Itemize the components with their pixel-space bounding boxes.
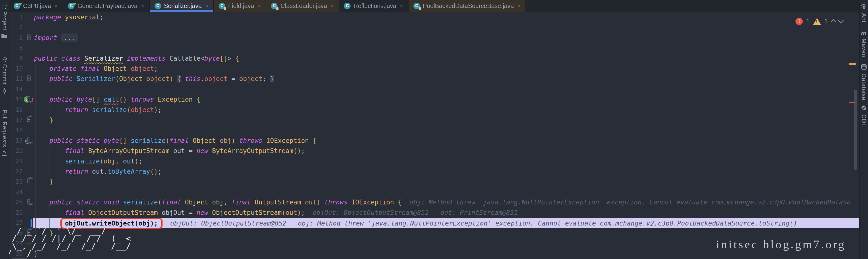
line-number[interactable]: 19 <box>9 136 23 146</box>
error-count: 1 <box>806 18 809 25</box>
sidebar-item-0-commit[interactable]: 0: Commit <box>0 57 9 95</box>
sidebar-item-cdi[interactable]: CDI <box>860 105 868 125</box>
tab-label: C3P0.java <box>23 2 51 9</box>
sidebar-item-database[interactable]: Database <box>860 64 868 100</box>
tab-reflections-java[interactable]: CReflections.java× <box>339 0 408 12</box>
sidebar-item-pull-requests[interactable]: Pull Requests <box>0 109 9 157</box>
code-text: final ByteArrayOutputStream out = new By… <box>34 146 305 156</box>
tab-label: Serializer.java <box>164 2 202 9</box>
line-number[interactable]: 22 <box>9 166 23 176</box>
debugger-inline-hint: objOut: ObjectOutputStream@852 out: Prin… <box>313 209 518 216</box>
lock-overlay-icon <box>224 7 226 10</box>
line-number[interactable]: 24 <box>9 187 23 197</box>
code-text: objOut.writeObject(obj);objOut: ObjectOu… <box>34 218 797 229</box>
code-text: private final Object object; <box>34 64 158 74</box>
class-icon: C▶ <box>68 3 74 9</box>
fold-marker-icon[interactable]: − <box>27 179 30 183</box>
code-line-17: 17− } <box>9 115 860 125</box>
close-icon[interactable]: × <box>331 2 334 9</box>
code-text: import ... <box>34 33 78 43</box>
indent-guide <box>35 64 36 238</box>
previous-problem-button[interactable] <box>830 19 836 25</box>
line-number[interactable]: 16 <box>9 105 23 115</box>
line-number[interactable]: 17 <box>9 115 23 125</box>
lock-overlay-icon <box>276 7 279 10</box>
fold-marker-icon[interactable]: − <box>27 97 30 101</box>
code-line-1: 1package ysoserial; <box>9 12 860 22</box>
fold-marker-icon[interactable]: − <box>27 199 30 204</box>
sidebar-item-maven[interactable]: mMaven <box>860 30 868 57</box>
toolwindow-label: Maven <box>861 38 867 57</box>
close-icon[interactable]: × <box>54 2 58 9</box>
code-text: final ObjectOutputStream objOut = new Ob… <box>34 207 518 218</box>
toolwindow-label: 1: Project <box>1 4 8 30</box>
tab-label: ClassLoader.java <box>280 2 327 9</box>
code-line-19: 19@− public static byte[] serialize(fina… <box>9 136 860 146</box>
tab-classloader-java[interactable]: CClassLoader.java× <box>266 0 339 12</box>
code-line-2: 2 <box>9 22 860 32</box>
code-text: public byte[] call() throws Exception { <box>34 94 200 104</box>
code-text: public class Serializer implements Calla… <box>34 53 239 64</box>
code-text: public Serializer(Object object) { this.… <box>34 74 274 84</box>
debugger-inline-hint: obj: Method threw 'java.lang.NullPointer… <box>409 198 851 206</box>
fold-marker-icon[interactable]: + <box>27 35 31 39</box>
tab-c3p0-java[interactable]: C▶C3P0.java× <box>9 0 63 12</box>
fold-marker-icon[interactable]: − <box>27 138 30 142</box>
code-line-15: 15I↑− public byte[] call() throws Except… <box>9 94 860 104</box>
close-icon[interactable]: × <box>205 2 208 9</box>
close-icon[interactable]: × <box>517 2 521 9</box>
line-number[interactable]: 11 <box>9 74 23 84</box>
tab-serializer-java[interactable]: CSerializer.java× <box>150 0 214 12</box>
pull-request-icon <box>1 150 7 157</box>
warning-icon: ! <box>813 18 821 25</box>
line-number[interactable]: 20 <box>9 146 23 156</box>
stripe-warning-mark[interactable] <box>849 63 856 65</box>
line-number[interactable]: 10 <box>9 64 23 74</box>
tab-label: PoolBackedDataSourceBase.java <box>423 2 514 9</box>
line-number[interactable]: 25 <box>9 197 23 207</box>
line-number[interactable]: 21 <box>9 156 23 166</box>
code-line-9: 9public class Serializer implements Call… <box>9 53 860 64</box>
tab-poolbackeddatasourcebase-java[interactable]: CPoolBackedDataSourceBase.java× <box>408 0 526 12</box>
class-icon: C <box>344 3 350 9</box>
line-number[interactable]: 26 <box>9 207 23 218</box>
tab-field-java[interactable]: CField.java× <box>214 0 266 12</box>
code-line-18: 18 <box>9 125 860 135</box>
line-number[interactable]: 2 <box>9 22 23 32</box>
tab-label: Field.java <box>228 2 254 9</box>
editor-scrollbar[interactable] <box>854 90 857 170</box>
code-line-14: 14 <box>9 84 860 94</box>
tab-generatepayload-java[interactable]: C▶GeneratePayload.java× <box>63 0 149 12</box>
next-problem-button[interactable] <box>838 18 843 23</box>
code-text: package ysoserial; <box>34 12 103 22</box>
line-number[interactable]: 15 <box>9 94 23 104</box>
code-line-16: 16 return serialize(object); <box>9 105 860 115</box>
indent-guide <box>50 105 50 115</box>
code-line-3: 3+import ... <box>9 33 860 43</box>
code-editor[interactable]: 1package ysoserial;23+import ...89public… <box>9 12 860 259</box>
sidebar-item-1-project[interactable]: 1: Project <box>0 4 9 39</box>
line-number[interactable]: 18 <box>9 125 23 135</box>
right-margin-guide <box>494 12 494 259</box>
line-number[interactable]: 23 <box>9 176 23 187</box>
maven-icon: m <box>861 30 867 36</box>
close-icon[interactable]: × <box>400 2 403 9</box>
sidebar-item-ant[interactable]: Ant <box>860 3 868 23</box>
close-icon[interactable]: × <box>141 2 144 9</box>
error-icon: ! <box>796 18 803 25</box>
close-icon[interactable]: × <box>257 2 261 9</box>
line-number[interactable]: 3 <box>9 33 23 43</box>
code-line-27: 27 objOut.writeObject(obj);objOut: Objec… <box>9 218 860 228</box>
fold-marker-icon[interactable]: − <box>27 117 30 122</box>
toolwindow-label: 0: Commit <box>1 57 8 85</box>
cdi-icon <box>861 105 867 112</box>
line-number[interactable]: 8 <box>9 43 23 53</box>
code-line-22: 22 return out.toByteArray(); <box>9 166 860 176</box>
code-line-10: 10 private final Object object; <box>9 64 860 74</box>
code-line-28: 28− } <box>9 228 860 238</box>
line-number[interactable]: 1 <box>9 12 23 22</box>
line-number[interactable]: 14 <box>9 84 23 94</box>
line-number[interactable]: 9 <box>9 53 23 64</box>
fold-marker-icon[interactable]: + <box>27 76 31 80</box>
toolwindow-label: Database <box>861 73 867 100</box>
